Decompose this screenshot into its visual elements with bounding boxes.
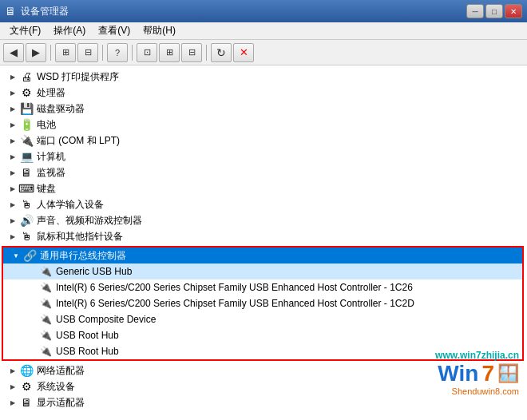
expand-wsd[interactable]: ▶ (6, 70, 19, 83)
label-generic-usb-hub: Generic USB Hub (56, 266, 132, 277)
label-display: 显示适配器 (37, 396, 85, 410)
label-usb-controller: 通用串行总线控制器 (40, 249, 126, 263)
icon-disk: 💾 (19, 101, 34, 116)
icon-computer: 💻 (19, 149, 34, 164)
tree-item-wsd[interactable]: ▶ 🖨 WSD 打印提供程序 (0, 69, 527, 85)
expand-intel-1c2d (32, 297, 38, 310)
tree-item-usb-composite[interactable]: 🔌 USB Composite Device (3, 311, 522, 327)
expand-port[interactable]: ▶ (6, 134, 19, 147)
tree-item-intel-usb-1c2d[interactable]: 🔌 Intel(R) 6 Series/C200 Series Chipset … (3, 295, 522, 311)
tree-item-disk[interactable]: ▶ 💾 磁盘驱动器 (0, 101, 527, 117)
tree-item-display[interactable]: ▶ 🖥 显示适配器 (0, 394, 527, 410)
toolbar: ◀ ▶ ⊞ ⊟ ? ⊡ ⊞ ⊟ ↻ ✕ (0, 40, 527, 65)
window-controls: ─ □ ✕ (466, 4, 522, 18)
tree-item-system[interactable]: ▶ ⚙ 系统设备 (0, 378, 527, 394)
label-intel-1c2d: Intel(R) 6 Series/C200 Series Chipset Fa… (56, 298, 414, 309)
refresh-button[interactable]: ↻ (211, 43, 232, 62)
tree-item-generic-usb-hub[interactable]: 🔌 Generic USB Hub (3, 263, 522, 279)
tree-item-hid[interactable]: ▶ 🖱 人体学输入设备 (0, 196, 527, 212)
label-battery: 电池 (37, 118, 56, 132)
forward-button[interactable]: ▶ (26, 43, 46, 62)
expand-intel-1c26 (32, 281, 38, 294)
label-system: 系统设备 (37, 380, 75, 394)
icon-usb-composite: 🔌 (38, 312, 53, 327)
label-usb-composite: USB Composite Device (56, 314, 156, 325)
label-usb-root-hub-2: USB Root Hub (56, 346, 119, 357)
label-monitor: 监视器 (37, 166, 65, 180)
menu-file[interactable]: 文件(F) (3, 22, 47, 39)
menu-action[interactable]: 操作(A) (47, 22, 92, 39)
tree-item-usb-root-hub-2[interactable]: 🔌 USB Root Hub (3, 343, 522, 359)
icon-intel-1c26: 🔌 (38, 280, 53, 295)
tree-item-cpu[interactable]: ▶ ⚙ 处理器 (0, 85, 527, 101)
tree-item-intel-usb-1c26[interactable]: 🔌 Intel(R) 6 Series/C200 Series Chipset … (3, 279, 522, 295)
expand-system[interactable]: ▶ (6, 380, 19, 393)
label-computer: 计算机 (37, 150, 65, 164)
tree-item-usb-controller[interactable]: ▼ 🔗 通用串行总线控制器 (3, 248, 522, 263)
menu-bar: 文件(F) 操作(A) 查看(V) 帮助(H) (0, 22, 527, 40)
tree-item-audio[interactable]: ▶ 🔊 声音、视频和游戏控制器 (0, 212, 527, 228)
label-network: 网络适配器 (37, 364, 85, 378)
icon-display: 🖥 (19, 395, 34, 410)
cancel-button[interactable]: ✕ (233, 43, 254, 62)
label-usb-root-hub-1: USB Root Hub (56, 330, 119, 341)
tree-item-battery[interactable]: ▶ 🔋 电池 (0, 117, 527, 133)
expand-usb-controller[interactable]: ▼ (10, 249, 22, 262)
expand-monitor[interactable]: ▶ (6, 166, 19, 179)
icon-monitor: 🖥 (19, 165, 34, 180)
back-button[interactable]: ◀ (3, 43, 24, 62)
menu-view[interactable]: 查看(V) (92, 22, 137, 39)
window-title: 设备管理器 (21, 5, 69, 18)
toolbar-separator-3 (132, 45, 133, 61)
expand-display[interactable]: ▶ (6, 396, 19, 409)
icon-wsd: 🖨 (19, 69, 34, 84)
maximize-button[interactable]: □ (485, 4, 503, 18)
tree-item-mouse[interactable]: ▶ 🖱 鼠标和其他指针设备 (0, 228, 527, 244)
icon-usb-root-hub-2: 🔌 (38, 344, 53, 359)
tree-item-monitor[interactable]: ▶ 🖥 监视器 (0, 164, 527, 180)
icon-usb-controller: 🔗 (22, 248, 37, 263)
label-mouse: 鼠标和其他指针设备 (37, 230, 123, 244)
icon-battery: 🔋 (19, 117, 34, 132)
tree-item-port[interactable]: ▶ 🔌 端口 (COM 和 LPT) (0, 133, 527, 149)
menu-help[interactable]: 帮助(H) (137, 22, 182, 39)
toolbar-btn-4[interactable]: ⊡ (137, 43, 157, 62)
expand-cpu[interactable]: ▶ (6, 86, 19, 99)
icon-keyboard: ⌨ (19, 181, 34, 196)
icon-intel-1c2d: 🔌 (38, 296, 53, 311)
tree-item-computer[interactable]: ▶ 💻 计算机 (0, 149, 527, 164)
expand-usb-composite (32, 313, 38, 326)
icon-generic-usb-hub: 🔌 (38, 264, 53, 279)
toolbar-btn-1[interactable]: ⊞ (55, 43, 76, 62)
icon-mouse: 🖱 (19, 229, 34, 244)
expand-network[interactable]: ▶ (6, 364, 19, 377)
icon-system: ⚙ (19, 379, 34, 394)
expand-usb-root-hub-2 (32, 345, 38, 358)
expand-computer[interactable]: ▶ (6, 150, 19, 163)
device-tree[interactable]: ▶ 🖨 WSD 打印提供程序 ▶ ⚙ 处理器 ▶ 💾 磁盘驱动器 ▶ 🔋 电池 … (0, 65, 527, 420)
tree-item-network[interactable]: ▶ 🌐 网络适配器 (0, 363, 527, 378)
expand-mouse[interactable]: ▶ (6, 230, 19, 243)
expand-generic-usb-hub (32, 265, 38, 278)
tree-item-keyboard[interactable]: ▶ ⌨ 键盘 (0, 180, 527, 196)
title-bar: 🖥 设备管理器 ─ □ ✕ (0, 0, 527, 22)
main-area: ▶ 🖨 WSD 打印提供程序 ▶ ⚙ 处理器 ▶ 💾 磁盘驱动器 ▶ 🔋 电池 … (0, 65, 527, 420)
tree-item-usb-root-hub-1[interactable]: 🔌 USB Root Hub (3, 327, 522, 343)
label-wsd: WSD 打印提供程序 (37, 70, 119, 84)
label-keyboard: 键盘 (37, 182, 56, 196)
expand-hid[interactable]: ▶ (6, 198, 19, 211)
label-audio: 声音、视频和游戏控制器 (37, 214, 142, 228)
expand-keyboard[interactable]: ▶ (6, 182, 19, 195)
minimize-button[interactable]: ─ (466, 4, 484, 18)
close-button[interactable]: ✕ (505, 4, 522, 18)
toolbar-btn-3[interactable]: ? (107, 43, 128, 62)
label-cpu: 处理器 (37, 86, 65, 100)
expand-disk[interactable]: ▶ (6, 102, 19, 115)
expand-battery[interactable]: ▶ (6, 118, 19, 131)
toolbar-btn-6[interactable]: ⊟ (181, 43, 202, 62)
toolbar-btn-2[interactable]: ⊟ (77, 43, 98, 62)
icon-audio: 🔊 (19, 213, 34, 228)
toolbar-btn-5[interactable]: ⊞ (159, 43, 180, 62)
expand-audio[interactable]: ▶ (6, 214, 19, 227)
label-disk: 磁盘驱动器 (37, 102, 85, 116)
